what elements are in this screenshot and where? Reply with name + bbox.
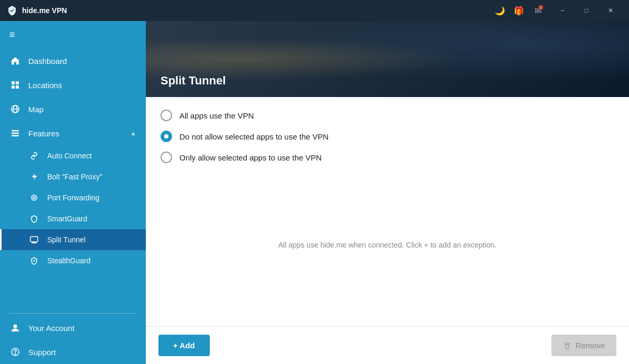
sidebar-divider <box>9 313 136 314</box>
link-icon <box>28 152 40 160</box>
features-label: Features <box>28 129 123 138</box>
footer-bar: + Add Remove <box>146 326 629 364</box>
support-label: Support <box>28 348 136 357</box>
split-tunnel-content: All apps use the VPN Do not allow select… <box>146 97 629 326</box>
night-mode-button[interactable]: 🌙 <box>492 2 508 19</box>
house-icon <box>9 56 21 66</box>
bolt-icon <box>28 173 40 181</box>
radio-option-do-not-allow[interactable]: Do not allow selected apps to use the VP… <box>161 131 614 142</box>
mail-button[interactable]: ✉ <box>529 2 546 19</box>
svg-rect-1 <box>16 81 19 84</box>
sidebar-item-dashboard[interactable]: Dashboard <box>0 49 146 73</box>
port-forwarding-label: Port Forwarding <box>47 194 100 202</box>
radio-label-do-not-allow: Do not allow selected apps to use the VP… <box>179 132 328 141</box>
logo-icon <box>6 5 18 16</box>
globe-icon <box>9 104 21 114</box>
radio-option-only-allow[interactable]: Only allow selected apps to use the VPN <box>161 152 614 163</box>
window-controls: − □ ✕ <box>550 0 623 21</box>
svg-rect-9 <box>12 135 19 137</box>
split-tunnel-label: Split Tunnel <box>47 235 86 244</box>
auto-connect-label: Auto Connect <box>47 152 92 160</box>
svg-rect-23 <box>566 342 568 344</box>
stealthguard-label: StealthGuard <box>47 256 91 265</box>
svg-rect-8 <box>12 133 19 134</box>
remove-button: Remove <box>551 335 616 356</box>
sidebar-item-map[interactable]: Map <box>0 97 146 121</box>
svg-rect-12 <box>30 237 38 242</box>
moon-icon: 🌙 <box>495 6 505 16</box>
radio-group: All apps use the VPN Do not allow select… <box>161 110 614 163</box>
map-label: Map <box>28 105 136 114</box>
svg-rect-2 <box>12 85 15 89</box>
radio-label-all-apps: All apps use the VPN <box>179 111 254 120</box>
radio-circle-all-apps <box>161 110 172 121</box>
close-button[interactable]: ✕ <box>599 0 623 21</box>
sidebar-item-support[interactable]: Support <box>0 340 146 364</box>
app-logo: hide.me VPN <box>6 5 67 16</box>
gift-icon: 🎁 <box>514 6 524 16</box>
sidebar-bottom: Your Account Support <box>0 311 146 364</box>
svg-point-11 <box>33 197 35 199</box>
svg-point-17 <box>15 354 16 355</box>
sidebar-item-smartguard[interactable]: SmartGuard <box>0 208 146 229</box>
bolt-label: Bolt "Fast Proxy" <box>47 173 102 181</box>
hero-banner: Split Tunnel <box>146 21 629 97</box>
user-icon <box>9 323 21 333</box>
sidebar-item-your-account[interactable]: Your Account <box>0 316 146 340</box>
hamburger-menu[interactable]: ≡ <box>0 21 146 49</box>
sidebar-item-auto-connect[interactable]: Auto Connect <box>0 145 146 166</box>
monitor-icon <box>28 235 40 244</box>
sidebar-item-split-tunnel[interactable]: Split Tunnel <box>0 229 146 250</box>
list-icon <box>9 129 21 138</box>
radio-circle-only-allow <box>161 152 172 163</box>
trash-icon <box>563 341 571 350</box>
sidebar-item-features[interactable]: Features ▲ <box>0 121 146 145</box>
smartguard-label: SmartGuard <box>47 215 87 223</box>
main-layout: ≡ Dashboard Locations <box>0 21 629 364</box>
radio-option-all-apps[interactable]: All apps use the VPN <box>161 110 614 121</box>
svg-rect-3 <box>16 85 19 89</box>
svg-point-10 <box>31 195 37 200</box>
svg-rect-18 <box>566 345 569 348</box>
smartguard-icon <box>28 215 40 223</box>
titlebar: hide.me VPN 🌙 🎁 ✉ − □ ✕ <box>0 0 629 21</box>
sidebar-item-stealthguard[interactable]: StealthGuard <box>0 250 146 271</box>
your-account-label: Your Account <box>28 324 136 333</box>
dashboard-label: Dashboard <box>28 57 136 66</box>
radio-label-only-allow: Only allow selected apps to use the VPN <box>179 153 322 162</box>
minimize-button[interactable]: − <box>550 0 574 21</box>
svg-rect-7 <box>12 130 19 132</box>
sidebar: ≡ Dashboard Locations <box>0 21 146 364</box>
svg-rect-0 <box>12 81 15 84</box>
empty-state-text: All apps use hide.me when connected. Cli… <box>279 241 497 249</box>
mail-icon: ✉ <box>535 6 541 16</box>
remove-label: Remove <box>575 341 605 350</box>
titlebar-controls: 🌙 🎁 ✉ <box>492 2 546 19</box>
port-forwarding-icon <box>28 194 40 202</box>
maximize-button[interactable]: □ <box>574 0 599 21</box>
locations-label: Locations <box>28 81 136 90</box>
gift-button[interactable]: 🎁 <box>510 2 527 19</box>
app-title: hide.me VPN <box>22 6 67 15</box>
content-area: Split Tunnel All apps use the VPN Do not… <box>146 21 629 364</box>
svg-point-15 <box>14 325 17 328</box>
help-icon <box>9 347 21 357</box>
sidebar-item-bolt[interactable]: Bolt "Fast Proxy" <box>0 166 146 187</box>
add-button[interactable]: + Add <box>158 335 210 356</box>
empty-state: All apps use hide.me when connected. Cli… <box>161 176 614 314</box>
page-title: Split Tunnel <box>161 74 226 88</box>
stealthguard-icon <box>28 256 40 265</box>
radio-circle-do-not-allow <box>161 131 172 142</box>
chevron-up-icon: ▲ <box>130 130 136 137</box>
sidebar-item-locations[interactable]: Locations <box>0 73 146 97</box>
hamburger-icon: ≡ <box>9 29 15 40</box>
grid-icon <box>9 80 21 90</box>
sidebar-item-port-forwarding[interactable]: Port Forwarding <box>0 187 146 208</box>
